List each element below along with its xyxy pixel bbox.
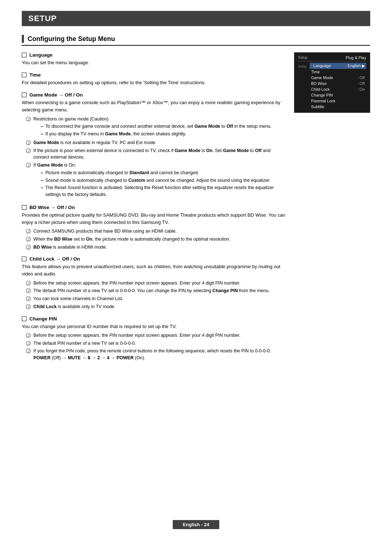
note-icon: ℤ: [25, 288, 31, 294]
menu-row-language: · Language : English ▶: [310, 63, 366, 69]
svg-text:ℤ: ℤ: [27, 149, 30, 152]
note-item: ℤ If Game Mode is On: –Picture mode is a…: [25, 162, 285, 199]
topic-game-mode: Game Mode → Off / On When connecting to …: [22, 92, 285, 199]
svg-text:ℤ: ℤ: [27, 164, 30, 167]
note-item: ℤ Child Lock is available only in TV mod…: [25, 303, 285, 310]
main-content: Language You can set the menu language. …: [22, 52, 285, 367]
sub-item: –Picture mode is automatically changed t…: [41, 169, 285, 176]
note-text: Before the setup screen appears, the PIN…: [33, 332, 240, 339]
menu-label: Parental Lock: [311, 99, 335, 103]
sub-list: –Picture mode is automatically changed t…: [41, 169, 285, 198]
note-text: The default PIN number of a new TV set i…: [33, 287, 270, 294]
note-icon: ℤ: [25, 148, 31, 154]
note-text: If you forget the PIN code, press the re…: [33, 348, 271, 361]
sub-item: –If you display the TV menu in Game Mode…: [41, 131, 271, 138]
note-item: ℤ If the picture is poor when external d…: [25, 147, 285, 161]
note-item: ℤ Game Mode is not available in regular …: [25, 139, 285, 146]
topic-time-title: Time: [22, 72, 285, 78]
checkbox-icon-game-mode: [22, 93, 26, 97]
sub-list: –To disconnect the game console and conn…: [41, 123, 271, 138]
menu-value: : Off: [357, 75, 365, 80]
topic-change-pin-title: Change PIN: [22, 316, 285, 322]
note-icon: ℤ: [25, 332, 31, 338]
topic-child-lock-notes: ℤ Before the setup screen appears, the P…: [25, 280, 285, 310]
checkbox-icon-change-pin: [22, 316, 26, 321]
note-icon: ℤ: [25, 162, 31, 168]
sub-item: –To disconnect the game console and conn…: [41, 123, 271, 130]
note-item: ℤ BD Wise is available in HDMI mode.: [25, 244, 285, 251]
note-icon: ℤ: [25, 348, 31, 354]
menu-label: BD Wise: [311, 81, 327, 86]
note-item: ℤ You can lock some channels in Channel …: [25, 295, 285, 302]
note-icon: ℤ: [25, 236, 31, 242]
note-icon: ℤ: [25, 228, 31, 234]
svg-text:ℤ: ℤ: [27, 230, 30, 233]
note-item: ℤ When the BD Wise set to On, the pictur…: [25, 236, 285, 243]
menu-header-right: Plug & Play: [346, 56, 366, 60]
page-title: SETUP: [22, 11, 370, 26]
menu-row-bd-wise: BD Wise : Off: [310, 81, 366, 86]
note-text: Before the setup screen appears, the PIN…: [33, 280, 240, 287]
topic-child-lock-desc: This feature allows you to prevent unaut…: [22, 263, 285, 278]
note-text: You can lock some channels in Channel Li…: [33, 295, 123, 302]
menu-label: Change PIN: [311, 93, 333, 97]
note-icon: ℤ: [25, 140, 31, 146]
menu-header: Setup Plug & Play: [298, 56, 366, 61]
menu-header-left: Setup: [298, 56, 307, 60]
topic-game-mode-title: Game Mode → Off / On: [22, 92, 285, 98]
topic-change-pin-desc: You can change your personal ID number t…: [22, 323, 285, 330]
topic-bd-wise: BD Wise → Off / On Provides the optimal …: [22, 205, 285, 251]
footer: English - 24: [0, 520, 392, 529]
note-icon: ℤ: [25, 304, 31, 310]
menu-label: Subtitle: [311, 105, 324, 109]
svg-text:ℤ: ℤ: [27, 349, 30, 353]
svg-text:ℤ: ℤ: [27, 297, 30, 301]
svg-text:ℤ: ℤ: [27, 237, 30, 241]
svg-text:ℤ: ℤ: [27, 281, 30, 285]
topic-language-title: Language: [22, 52, 285, 58]
sub-item: –Sound mode is automatically changed to …: [41, 177, 285, 184]
svg-text:ℤ: ℤ: [27, 341, 30, 345]
svg-text:ℤ: ℤ: [27, 117, 30, 121]
menu-label: · Language: [311, 64, 331, 68]
note-item: ℤ The default PIN number of a new TV set…: [25, 287, 285, 294]
checkbox-icon-child-lock: [22, 257, 26, 261]
menu-row-subtitle: Subtitle: [310, 104, 366, 110]
note-item: ℤ Restrictions on game mode (Caution) –T…: [25, 116, 285, 138]
note-icon: ℤ: [25, 296, 31, 302]
sub-item: –The Reset Sound function is activated. …: [41, 184, 285, 198]
note-icon: ℤ: [25, 116, 31, 122]
note-text: When the BD Wise set to On, the picture …: [33, 236, 230, 243]
section-title: Configuring the Setup Menu: [28, 35, 115, 43]
topic-language-desc: You can set the menu language.: [22, 59, 285, 66]
tv-menu-image: Setup Plug & Play Setup · Language : Eng…: [294, 52, 370, 113]
topic-time-desc: For detailed procedures on setting up op…: [22, 79, 285, 86]
menu-row-child-lock: Child Lock : On: [310, 86, 366, 92]
note-item: ℤ The default PIN number of a new TV set…: [25, 340, 285, 347]
note-text: BD Wise is available in HDMI mode.: [33, 244, 107, 251]
sidebar-menu-screenshot: Setup Plug & Play Setup · Language : Eng…: [294, 52, 370, 367]
note-item: ℤ Before the setup screen appears, the P…: [25, 332, 285, 339]
svg-text:ℤ: ℤ: [27, 141, 30, 144]
note-text: Restrictions on game mode (Caution) –To …: [33, 116, 271, 138]
topic-change-pin-notes: ℤ Before the setup screen appears, the P…: [25, 332, 285, 361]
note-item: ℤ Connect SAMSUNG products that have BD …: [25, 228, 285, 235]
menu-row-change-pin: Change PIN: [310, 92, 366, 98]
menu-value: : English ▶: [346, 64, 365, 68]
menu-row-time: Time: [310, 69, 366, 75]
footer-badge: English - 24: [173, 520, 220, 529]
menu-value: : Off: [357, 81, 365, 86]
topic-game-mode-desc: When connecting to a game console such a…: [22, 99, 285, 114]
section-bar-decoration: [22, 35, 24, 43]
menu-row-game-mode: Game Mode : Off: [310, 75, 366, 81]
topic-language: Language You can set the menu language.: [22, 52, 285, 66]
note-item: ℤ Before the setup screen appears, the P…: [25, 280, 285, 287]
svg-text:ℤ: ℤ: [27, 334, 30, 337]
note-icon: ℤ: [25, 340, 31, 346]
note-icon: ℤ: [25, 280, 31, 286]
note-text: If Game Mode is On: –Picture mode is aut…: [33, 162, 285, 199]
svg-text:ℤ: ℤ: [27, 245, 30, 249]
menu-row-parental-lock: Parental Lock: [310, 98, 366, 104]
menu-label: Time: [311, 70, 320, 74]
topic-game-mode-notes: ℤ Restrictions on game mode (Caution) –T…: [25, 116, 285, 199]
